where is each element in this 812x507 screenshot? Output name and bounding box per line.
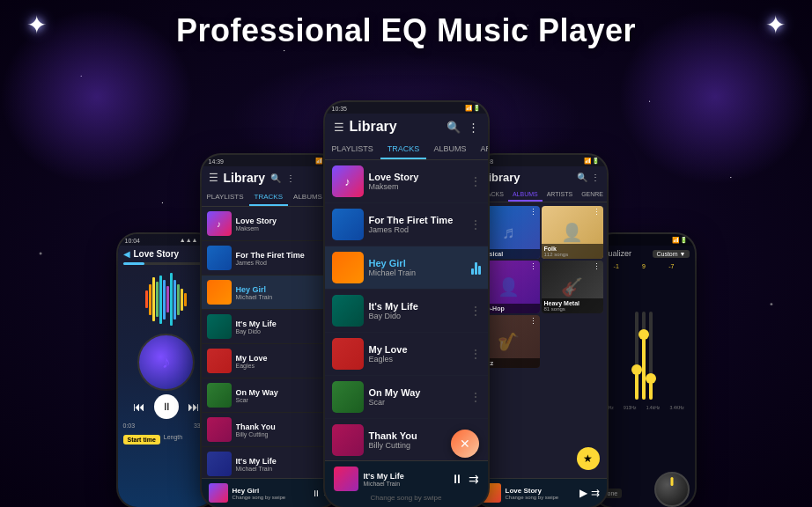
list-item[interactable]: My Love Eagles ⋮: [325, 333, 488, 376]
eq-slider-3[interactable]: [649, 312, 653, 400]
search-icon[interactable]: 🔍: [447, 121, 461, 134]
tab-playlists[interactable]: PLAYLISTS: [325, 140, 380, 159]
more-options-icon[interactable]: ⋮: [529, 317, 537, 326]
more-options-icon[interactable]: ⋮: [470, 175, 481, 187]
tab-genre[interactable]: GENRE: [577, 188, 606, 202]
mini-next-icon[interactable]: ⇉: [469, 472, 479, 486]
mini-pause-icon[interactable]: ⏸: [451, 472, 463, 486]
track-artist: Michael Train: [369, 268, 466, 277]
more-options-icon[interactable]: ⋮: [593, 208, 601, 217]
tab-playlists[interactable]: PLAYLISTS: [202, 189, 249, 206]
more-options-icon[interactable]: ⋮: [529, 262, 537, 271]
more-options-icon[interactable]: ⋮: [470, 218, 481, 231]
list-item[interactable]: For The Firet Time James Rod ⋮: [202, 241, 338, 276]
list-item-active[interactable]: Hey Girl Michael Train: [325, 246, 488, 290]
phone-2-mini-player: Hey Girl Change song by swipe ⏸ ⇉: [202, 478, 338, 507]
list-item[interactable]: It's My Life Bay Dido ⋮: [325, 290, 488, 333]
track-title: It's My Life: [236, 320, 320, 328]
slider-knob[interactable]: [646, 373, 656, 384]
phone-3-center: 10:35 📶🔋 ☰ Library 🔍 ⋮ PLAYLISTS TRACKS …: [325, 102, 488, 507]
eq-slider-1[interactable]: [635, 312, 639, 400]
more-options-icon[interactable]: ⋮: [470, 305, 481, 317]
phone-3-icons: 📶🔋: [465, 105, 481, 112]
track-thumb: [332, 338, 364, 370]
list-item[interactable]: ♪ Love Story Maksem ⋮: [202, 207, 338, 241]
phone-1-status-bar: 10:04 ▲▲▲ 🔋: [118, 234, 215, 246]
search-icon[interactable]: 🔍: [270, 173, 281, 183]
mini-pause-icon[interactable]: ⏸: [312, 489, 321, 498]
phone-5-preset-select[interactable]: Custom ▼: [653, 250, 689, 258]
more-options-icon[interactable]: ⋮: [470, 391, 481, 403]
phone-1-time-row: 0:03 33:72: [123, 422, 210, 429]
mini-title: Love Story: [506, 487, 575, 495]
track-artist: Scar: [369, 398, 465, 407]
list-item-active[interactable]: Hey Girl Michael Train: [202, 276, 338, 310]
phone-2-title: Library: [224, 171, 265, 185]
track-thumb: [207, 383, 232, 408]
hamburger-icon[interactable]: ☰: [209, 172, 218, 184]
phone-1-next-button[interactable]: ⏭: [188, 400, 200, 414]
album-item-heavymetal[interactable]: 🎸 Heavy Metal 81 songs ⋮: [542, 261, 603, 313]
list-item[interactable]: Thank You Billy Cutting ⋮: [202, 413, 338, 447]
phone-1-start-time-btn[interactable]: Start time: [123, 435, 160, 445]
playing-indicator: [471, 261, 481, 275]
list-item[interactable]: My Love Eagles ⋮: [202, 344, 338, 378]
list-item[interactable]: It's My Life Michael Train ⋮: [202, 447, 338, 481]
phone-1-current-time: 0:03: [123, 422, 136, 429]
track-info: For The Firet Time James Rod: [369, 215, 465, 234]
phone-2-status-bar: 14:39 📶🔋: [202, 155, 338, 166]
slider-knob[interactable]: [631, 364, 642, 375]
phone-1-controls: ⏮ ⏸ ⏭: [123, 394, 210, 419]
tab-tracks[interactable]: TRACKS: [249, 189, 288, 206]
eq-slider-2[interactable]: [642, 312, 646, 400]
more-options-icon[interactable]: ⋮: [529, 208, 537, 217]
track-artist: James Rod: [369, 225, 465, 234]
track-thumb: [207, 280, 232, 305]
album-item-folk[interactable]: 👤 Folk 112 songs ⋮: [542, 206, 603, 259]
track-artist: Billy Cutting: [236, 431, 320, 437]
phone-1-progress-bar[interactable]: [123, 262, 210, 265]
more-options-icon[interactable]: ⋮: [470, 348, 481, 360]
phone-4-albums: 5:58 📶🔋 Library 🔍 ⋮ TRACKS ALBUMS ARTIST…: [475, 155, 607, 507]
chevron-down-icon: ▼: [680, 251, 686, 257]
phone-1-song-title: Love Story: [134, 249, 180, 259]
phone-1-play-button[interactable]: ⏸: [154, 394, 179, 419]
phone-4-icons: 📶🔋: [584, 158, 600, 165]
phone-5-screen: 📶🔋 Equalizer Custom ▼ -1 9 -7: [594, 234, 695, 507]
track-thumb: [332, 252, 364, 283]
phone-1-prev-button[interactable]: ⏮: [133, 400, 145, 414]
wave-bar: [163, 280, 166, 320]
mini-play-icon[interactable]: ▶: [579, 487, 587, 499]
hamburger-icon[interactable]: ☰: [334, 121, 344, 134]
tab-albums[interactable]: ALBUMS: [288, 189, 328, 206]
more-icon[interactable]: ⋮: [468, 121, 479, 134]
track-thumb: [332, 209, 364, 240]
star-icon: ★: [583, 452, 593, 465]
search-icon[interactable]: 🔍: [577, 173, 587, 182]
more-icon[interactable]: ⋮: [286, 173, 295, 183]
list-item[interactable]: ♪ Love Story Maksem ⋮: [325, 160, 488, 203]
list-item[interactable]: On My Way Scar ⋮: [202, 378, 338, 413]
list-item[interactable]: On My Way Scar ⋮: [325, 376, 488, 419]
back-icon[interactable]: ◀: [123, 249, 130, 259]
list-item[interactable]: It's My Life Bay Dido ⋮: [202, 310, 338, 344]
phone-4-fab[interactable]: ★: [577, 447, 600, 470]
mini-next-icon[interactable]: ⇉: [591, 487, 600, 499]
phone-3-fab[interactable]: ✕: [451, 430, 479, 458]
tab-albums[interactable]: ALBUMS: [426, 140, 473, 159]
phone-5-band-values: -1 9 -7: [599, 261, 690, 271]
mini-controls: ▶ ⇉: [579, 487, 600, 499]
track-title: Hey Girl: [369, 258, 466, 268]
more-options-icon[interactable]: ⋮: [593, 262, 601, 271]
mini-title: Hey Girl: [233, 487, 307, 495]
virtualizer-knob[interactable]: [654, 472, 690, 507]
tab-tracks[interactable]: TRACKS: [380, 140, 427, 159]
slider-knob[interactable]: [639, 329, 649, 340]
more-icon[interactable]: ⋮: [591, 173, 600, 182]
tab-artists[interactable]: ARTISTS: [473, 140, 487, 159]
wave-bar: [177, 284, 180, 315]
tab-artists[interactable]: ARTISTS: [543, 188, 577, 202]
list-item[interactable]: For The Firet Time James Rod ⋮: [325, 203, 488, 246]
track-artist: Maksem: [236, 225, 320, 231]
tab-albums[interactable]: ALBUMS: [508, 188, 543, 202]
